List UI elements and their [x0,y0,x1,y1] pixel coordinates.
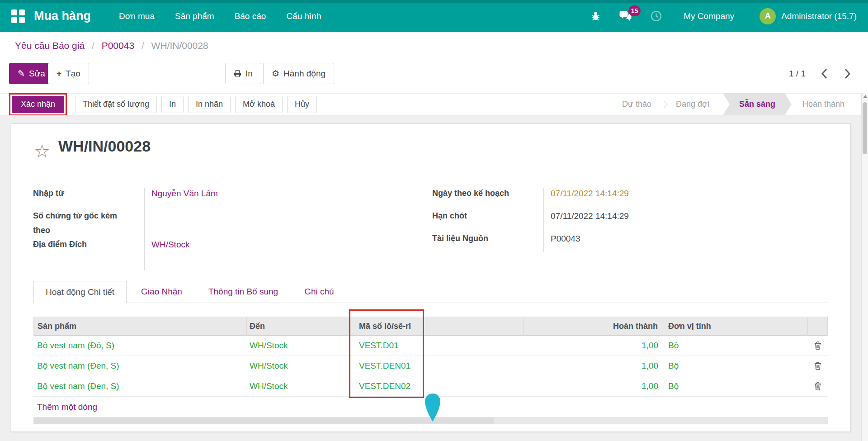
topbar-systray: 15 My Company A Administrator (15.7) [572,8,857,24]
group-separator-line [144,188,145,270]
gear-icon: ⚙ [272,68,279,79]
state-waiting[interactable]: Đang đợi [665,93,720,115]
field-group-left: Nhập từ Nguyễn Văn Lâm Số chứng từ gốc k… [33,186,304,260]
print-button[interactable]: In [225,63,261,84]
plus-icon: + [57,69,61,79]
breadcrumb-current: WH/IN/00028 [151,40,208,51]
group-separator-line [543,188,544,252]
field-value-source-document[interactable]: P00043 [543,232,703,246]
delete-row-icon[interactable] [808,336,828,356]
edit-button[interactable]: ✎ Sửa [9,63,54,84]
menu-don-mua[interactable]: Đơn mua [119,11,155,21]
column-header-lot-serial[interactable]: Mã số lô/sê-ri [349,317,424,336]
toolbar: ✎ Sửa + Tạo In ⚙ Hành động 1 / 1 [0,63,868,84]
create-button[interactable]: + Tạo [48,63,89,84]
done-qty-cell[interactable]: 1,00 [524,356,662,376]
breadcrumb-quotation-request[interactable]: Yêu cầu Báo giá [15,40,85,51]
breadcrumb-p00043[interactable]: P00043 [102,40,134,51]
statusbar-buttons: Xác nhận Thiết đặt số lượng In In nhãn M… [0,93,317,116]
column-header-product[interactable]: Sản phẩm [33,317,247,336]
field-label-source-document: Tài liệu Nguồn [432,232,525,246]
set-quantities-button[interactable]: Thiết đặt số lượng [75,96,157,113]
done-qty-cell[interactable]: 1,00 [524,376,662,396]
uom-cell[interactable]: Bộ [662,336,808,356]
tab-additional-info[interactable]: Thông tin Bổ sung [197,281,290,303]
confirm-button[interactable]: Xác nhận [12,96,64,113]
avatar: A [760,8,776,24]
column-header-empty [424,317,524,336]
app-name[interactable]: Mua hàng [34,9,91,23]
destination-cell[interactable]: WH/Stock [247,336,349,356]
field-value-scheduled-date[interactable]: 07/11/2022 14:14:29 [543,186,703,200]
menu-san-pham[interactable]: Sản phẩm [175,11,214,21]
uom-cell[interactable]: Bộ [662,376,808,396]
vertical-scrollbar-thumb[interactable] [863,102,867,154]
lot-serial-cell[interactable]: VEST.DEN01 [349,356,424,376]
product-cell[interactable]: Bộ vest nam (Đỏ, S) [33,336,247,356]
activities-clock-icon[interactable] [651,10,662,22]
form-sheet: ☆ WH/IN/00028 Nhập từ Nguyễn Văn Lâm Số … [11,123,851,432]
vertical-scrollbar[interactable] [861,93,868,441]
pager-value: 1 / 1 [789,69,806,79]
table-row[interactable]: Bộ vest nam (Đỏ, S) WH/Stock VEST.D01 1,… [33,336,828,356]
uom-cell[interactable]: Bộ [662,356,808,376]
lot-serial-cell[interactable]: VEST.D01 [349,336,424,356]
breadcrumb-separator: / [92,40,94,51]
control-panel: Yêu cầu Báo giá / P00043 / WH/IN/00028 ✎… [0,32,868,93]
company-switcher[interactable]: My Company [684,11,734,21]
odoo-app-window: Mua hàng Đơn mua Sản phẩm Báo cáo Cấu hì… [0,0,868,441]
field-label-deadline: Hạn chót [432,209,525,223]
pager-previous-icon[interactable] [819,66,829,81]
lot-serial-cell[interactable]: VEST.DEN02 [349,376,424,396]
tab-detailed-operations[interactable]: Hoạt động Chi tiết [33,281,127,303]
column-header-uom[interactable]: Đơn vị tính [662,317,808,336]
notebook-tabs: Hoạt động Chi tiết Giao Nhận Thông tin B… [33,281,828,303]
empty-cell [424,356,524,376]
statusbar: Xác nhận Thiết đặt số lượng In In nhãn M… [0,93,868,115]
messages-icon[interactable]: 15 [619,11,632,21]
product-cell[interactable]: Bộ vest nam (Đen, S) [33,356,247,376]
cancel-button[interactable]: Hủy [287,96,317,113]
destination-cell[interactable]: WH/Stock [247,356,349,376]
scrollbar-up-arrow-icon[interactable] [863,95,868,98]
destination-cell[interactable]: WH/Stock [247,376,349,396]
delete-row-icon[interactable] [808,376,828,396]
field-value-deadline[interactable]: 07/11/2022 14:14:29 [543,209,703,223]
action-menu-button[interactable]: ⚙ Hành động [263,63,334,84]
favorite-star-icon[interactable]: ☆ [34,142,50,160]
tab-notes[interactable]: Ghi chú [292,281,345,303]
content-area: ☆ WH/IN/00028 Nhập từ Nguyễn Văn Lâm Số … [0,115,868,441]
state-ready-active[interactable]: Sẵn sàng [723,93,792,115]
column-header-done[interactable]: Hoàn thành [524,317,662,336]
state-done[interactable]: Hoàn thành [792,93,855,115]
debug-bug-icon[interactable] [591,11,600,21]
print-labels-button[interactable]: In nhãn [188,96,231,113]
field-value-destination-location[interactable]: WH/Stock [144,237,304,251]
state-draft[interactable]: Dự thảo [611,93,662,115]
delete-row-icon[interactable] [808,356,828,376]
column-header-destination[interactable]: Đến [247,317,349,336]
menu-bao-cao[interactable]: Báo cáo [235,11,266,21]
field-value-partner[interactable]: Nguyễn Văn Lâm [144,186,304,200]
top-navbar: Mua hàng Đơn mua Sản phẩm Báo cáo Cấu hì… [0,0,868,32]
touch-cursor-icon [424,392,442,424]
field-label-receive-from: Nhập từ [33,186,126,201]
empty-cell [424,336,524,356]
table-row[interactable]: Bộ vest nam (Đen, S) WH/Stock VEST.DEN01… [33,356,828,376]
status-pipeline: Dự thảo Đang đợi Sẵn sàng Hoàn thành [611,93,868,115]
table-header: Sản phẩm Đến Mã số lô/sê-ri Hoàn thành Đ… [33,317,828,336]
menu-cau-hinh[interactable]: Cấu hình [286,11,321,21]
add-line-link[interactable]: Thêm một dòng [33,402,97,412]
tab-delivery[interactable]: Giao Nhận [129,281,194,303]
pager-next-icon[interactable] [843,66,853,81]
print-button-statusbar[interactable]: In [161,96,184,113]
product-cell[interactable]: Bộ vest nam (Đen, S) [33,376,247,396]
apps-menu-icon[interactable] [11,9,25,23]
unlock-button[interactable]: Mở khoá [235,96,283,113]
field-label-scheduled-date: Ngày theo kế hoạch [432,186,525,201]
breadcrumb-separator: / [142,40,144,51]
record-title: WH/IN/00028 [58,138,151,155]
user-menu[interactable]: A Administrator (15.7) [760,8,857,24]
pencil-icon: ✎ [18,68,25,79]
done-qty-cell[interactable]: 1,00 [524,336,662,356]
